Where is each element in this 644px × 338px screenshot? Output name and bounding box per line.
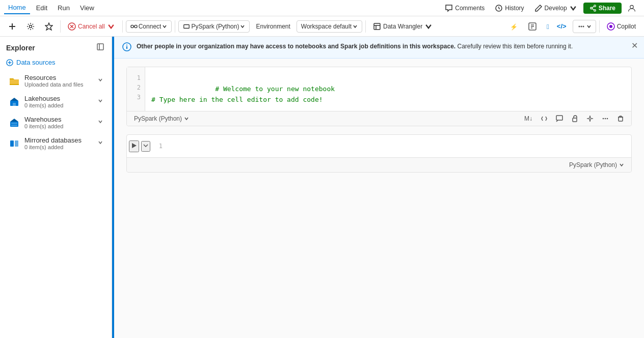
cell-2-run-controls xyxy=(129,140,150,152)
cell-1-sparkle-btn[interactable] xyxy=(583,114,597,124)
svg-point-49 xyxy=(126,45,127,46)
svg-point-53 xyxy=(603,118,604,120)
svg-rect-44 xyxy=(10,140,14,147)
warehouses-sub: 0 item(s) added xyxy=(24,123,95,129)
cell-1-md-button[interactable]: M↓ xyxy=(521,114,535,124)
run-nb-icon xyxy=(528,22,536,31)
svg-point-15 xyxy=(135,25,137,27)
copilot-button[interactable]: Copilot xyxy=(603,20,640,33)
chevron-down-workspace-icon xyxy=(353,24,358,29)
cell-1-more-btn[interactable] xyxy=(599,114,612,124)
cancel-icon xyxy=(68,22,76,31)
svg-rect-43 xyxy=(11,125,17,126)
develop-dropdown-button[interactable]: Develop xyxy=(530,2,581,14)
play-icon xyxy=(130,142,138,150)
more-toolbar-button[interactable] xyxy=(573,20,596,33)
settings-button[interactable] xyxy=(22,20,39,33)
vscode-icon:  xyxy=(547,22,555,31)
run-notebook-button[interactable] xyxy=(524,20,541,33)
chevron-down-small-icon xyxy=(107,22,115,31)
data-wrangler-icon xyxy=(373,22,381,31)
comments-button[interactable]: Comments xyxy=(441,2,489,14)
info-banner-text: Other people in your organization may ha… xyxy=(137,42,636,51)
svg-rect-56 xyxy=(619,117,623,121)
toolbar: Cancel all Connect PySpark (Python) Envi… xyxy=(0,16,644,37)
spark-icon xyxy=(45,22,53,31)
copilot-icon xyxy=(607,22,615,31)
cell-1-comment-btn[interactable] xyxy=(553,114,566,124)
gear-icon xyxy=(26,22,35,31)
profile-button[interactable] xyxy=(624,2,640,14)
svg-rect-32 xyxy=(97,44,103,50)
sparkle-icon xyxy=(586,115,594,122)
menu-item-home[interactable]: Home xyxy=(4,2,30,14)
sidebar-item-lakehouses[interactable]: Lakehouses 0 item(s) added xyxy=(2,92,110,111)
spark-button[interactable] xyxy=(41,20,57,33)
cell-2-line-numbers: 1 xyxy=(154,142,167,151)
sidebar-header: Explorer xyxy=(0,37,112,57)
cell-1-lang-select[interactable]: PySpark (Python) xyxy=(131,114,192,124)
svg-marker-57 xyxy=(132,143,137,148)
resources-chevron xyxy=(97,77,103,84)
mirrored-name: Mirrored databases xyxy=(24,136,95,144)
svg-point-54 xyxy=(605,118,606,120)
cell-1-code[interactable]: # Welcome to your new notebook # Type he… xyxy=(145,67,631,111)
chevron-down-dw-icon xyxy=(424,22,433,31)
lakehouses-name: Lakehouses xyxy=(24,95,95,102)
cancel-all-button[interactable]: Cancel all xyxy=(64,20,119,33)
svg-rect-39 xyxy=(13,103,16,106)
sidebar-item-warehouses[interactable]: Warehouses 0 item(s) added xyxy=(2,112,110,132)
svg-point-6 xyxy=(630,5,633,8)
add-cell-button[interactable] xyxy=(4,20,20,33)
svg-rect-52 xyxy=(573,118,577,122)
chevron-down-more-icon xyxy=(586,24,592,29)
menu-item-edit[interactable]: Edit xyxy=(32,2,51,14)
menu-item-view[interactable]: View xyxy=(76,2,98,14)
data-wrangler-button[interactable]: Data Wrangler xyxy=(369,20,437,33)
svg-point-1 xyxy=(594,5,596,7)
cell-2-run-button[interactable] xyxy=(129,140,139,152)
plus-circle-icon xyxy=(6,59,13,66)
sidebar: Explorer Data sources Resources Uploaded… xyxy=(0,37,112,338)
sidebar-item-mirrored[interactable]: Mirrored databases 0 item(s) added xyxy=(2,133,110,153)
mirrored-icon xyxy=(8,137,20,150)
svg-point-2 xyxy=(590,7,592,9)
svg-marker-38 xyxy=(10,98,18,101)
warehouses-chevron xyxy=(97,119,103,126)
share-button[interactable]: Share xyxy=(583,3,622,14)
connect-icon xyxy=(130,23,138,30)
notebook-cell-1: 1 2 3 # Welcome to your new notebook # T… xyxy=(126,67,632,126)
warehouses-name: Warehouses xyxy=(24,116,95,123)
cell-1-bracket-button[interactable] xyxy=(538,114,551,124)
svg-point-29 xyxy=(582,25,584,27)
workspace-dropdown-button[interactable]: Workspace default xyxy=(297,20,362,33)
sidebar-item-resources[interactable]: Resources Uploaded data and files xyxy=(2,71,110,91)
svg-marker-41 xyxy=(10,119,18,122)
cell-2-expand-button[interactable] xyxy=(141,141,150,152)
svg-rect-17 xyxy=(184,24,190,28)
svg-text:⚡: ⚡ xyxy=(510,23,518,31)
cell-2-lang-select[interactable]: PySpark (Python) xyxy=(566,160,627,170)
automl-icon: ⚡ xyxy=(510,22,518,31)
info-banner: Other people in your organization may ha… xyxy=(114,37,644,59)
pyspark-dropdown-button[interactable]: PySpark (Python) xyxy=(178,20,250,33)
cell-1-lock-btn[interactable] xyxy=(568,114,581,124)
cell-1-toolbar: PySpark (Python) M↓ xyxy=(127,111,631,126)
add-data-sources-button[interactable]: Data sources xyxy=(0,57,112,70)
history-button[interactable]: History xyxy=(491,2,528,14)
vscode-button[interactable]:  </> xyxy=(543,20,571,33)
divider-1 xyxy=(60,20,61,33)
info-banner-close-button[interactable]: ✕ xyxy=(631,41,638,50)
environment-button[interactable]: Environment xyxy=(252,21,294,32)
menu-item-run[interactable]: Run xyxy=(53,2,74,14)
svg-marker-10 xyxy=(45,23,52,30)
svg-point-31 xyxy=(609,25,612,28)
connect-dropdown-button[interactable]: Connect xyxy=(126,20,172,33)
mirrored-sub: 0 item(s) added xyxy=(24,144,95,150)
share-icon xyxy=(589,5,597,12)
svg-point-14 xyxy=(131,25,133,27)
automl-button[interactable]: ⚡ xyxy=(506,20,522,33)
cell-1-delete-btn[interactable] xyxy=(614,114,627,124)
sidebar-collapse-button[interactable] xyxy=(95,42,105,53)
svg-rect-18 xyxy=(374,23,380,30)
